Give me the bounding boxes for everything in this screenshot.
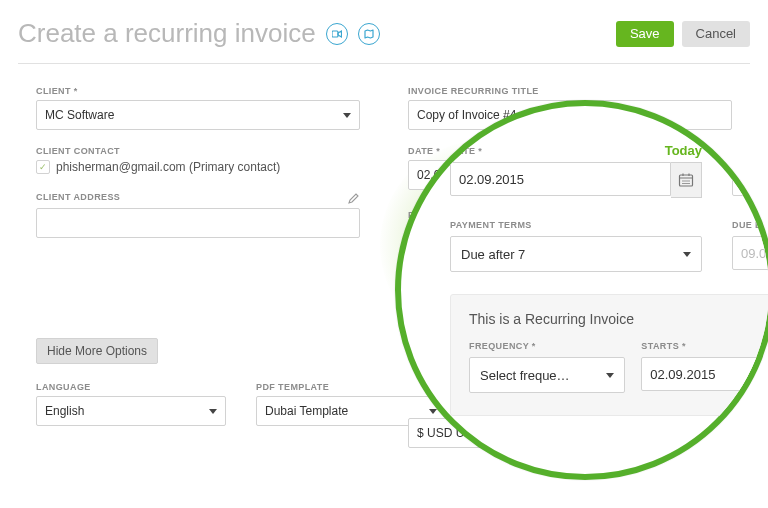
edit-address-icon[interactable] [348, 190, 360, 208]
chevron-down-icon [343, 113, 351, 118]
lens-terms-label: PAYMENT TERMS [450, 220, 702, 230]
contact-checkbox[interactable]: ✓ [36, 160, 50, 174]
left-column: CLIENT * MC Software CLIENT CONTACT ✓ ph… [36, 86, 360, 448]
client-label: CLIENT * [36, 86, 360, 96]
today-link[interactable]: Today [665, 143, 702, 158]
page-title: Create a recurring invoice [18, 18, 316, 49]
chevron-down-icon [683, 252, 691, 257]
lens-date-input[interactable] [450, 162, 671, 196]
chevron-down-icon [429, 409, 437, 414]
recurring-title-label: INVOICE RECURRING TITLE [408, 86, 732, 96]
hide-more-options-button[interactable]: Hide More Options [36, 338, 158, 364]
language-label: LANGUAGE [36, 382, 226, 392]
frequency-select[interactable]: Select freque… [469, 357, 625, 393]
payment-terms-value: Due after 7 [461, 247, 525, 262]
client-contact-label: CLIENT CONTACT [36, 146, 360, 156]
client-value: MC Software [45, 108, 114, 122]
chevron-down-icon [209, 409, 217, 414]
calendar-icon[interactable] [671, 162, 702, 198]
language-select[interactable]: English [36, 396, 226, 426]
client-address-label: CLIENT ADDRESS [36, 192, 120, 202]
pdf-template-value: Dubai Template [265, 404, 348, 418]
language-value: English [45, 404, 84, 418]
save-button[interactable]: Save [616, 21, 674, 47]
payment-terms-select[interactable]: Due after 7 [450, 236, 702, 272]
recurring-title: This is a Recurring Invoice [469, 311, 768, 327]
client-select[interactable]: MC Software [36, 100, 360, 130]
chevron-down-icon [606, 373, 614, 378]
frequency-label: FREQUENCY * [469, 341, 625, 351]
starts-label: STARTS * [641, 341, 768, 351]
due-date-input [732, 236, 768, 270]
svg-rect-0 [332, 31, 338, 37]
map-icon[interactable] [358, 23, 380, 45]
frequency-value: Select freque… [480, 368, 570, 383]
header: Create a recurring invoice Save Cancel [18, 18, 750, 64]
client-address-input[interactable] [36, 208, 360, 238]
recurring-box: This is a Recurring Invoice FREQUENCY * … [450, 294, 768, 416]
cancel-button[interactable]: Cancel [682, 21, 750, 47]
client-contact-value: phisherman@gmail.com (Primary contact) [56, 160, 280, 174]
video-icon[interactable] [326, 23, 348, 45]
